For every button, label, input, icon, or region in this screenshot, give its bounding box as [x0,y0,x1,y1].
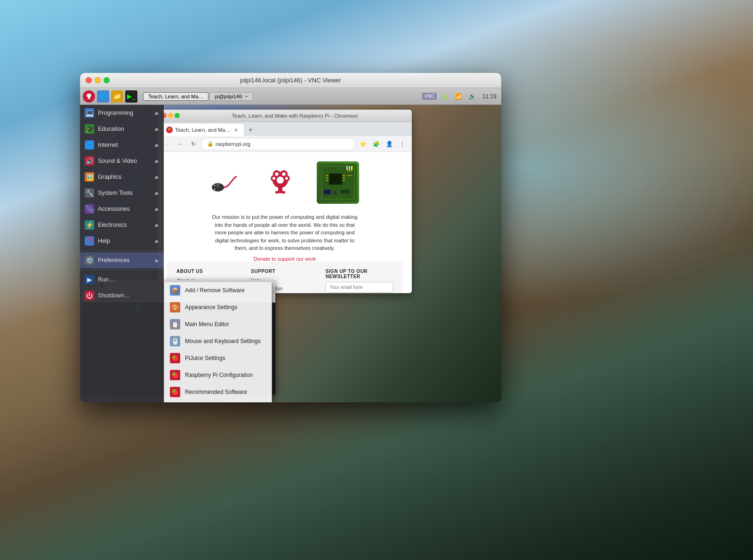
forward-button[interactable]: → [175,138,186,150]
help-arrow: ▶ [155,239,159,244]
rpi-config-icon: 🍓 [170,370,180,380]
accessories-icon: 📎 [85,204,94,214]
programming-arrow: ▶ [155,111,159,116]
newsletter-email-input[interactable] [326,282,393,293]
svg-point-20 [285,177,288,180]
menu-label-run: Run… [98,276,114,283]
vnc-close-button[interactable] [86,77,92,83]
svg-rect-6 [88,98,88,99]
submenu-appearance[interactable]: 🎨 Appearance Settings [164,299,272,316]
rpi-window-buttons: Teach, Learn, and Ma… pi@jolpi146: ~ [143,92,253,101]
rpi-volume-icon: 🔊 [467,93,478,100]
reload-button[interactable]: ↻ [188,138,199,150]
pijuice-icon: 🍓 [170,353,180,363]
mouse-keyboard-icon: 🖱️ [170,336,180,346]
rpi-logo-container [263,164,298,201]
menu-item-preferences[interactable]: ⚙️ Preferences ▶ [80,252,164,268]
run-icon: ▶ [85,275,94,284]
rpi-menu-panel: 💻 Programming ▶ 🎓 Education ▶ 🌐 Internet… [80,105,164,402]
circuit-svg [319,164,357,201]
browser-min-btn[interactable] [168,113,173,118]
rpi-wifi-icon: 📶 [453,93,464,100]
rpi-battery-icon: 🔋 [440,93,450,100]
svg-rect-39 [351,166,352,170]
svg-rect-38 [349,166,350,170]
menu-label-graphics: Graphics [98,174,121,180]
submenu-add-remove[interactable]: 📦 Add / Remove Software [164,282,272,299]
svg-point-4 [90,95,91,96]
new-tab-button[interactable]: + [245,124,256,136]
vnc-content: 🌐 📁 ▶_ Teach, Learn, and Ma… pi@jolpi146… [80,88,501,402]
rpi-browser-icon[interactable]: 🌐 [97,90,109,103]
extension-button[interactable]: 🧩 [370,138,382,150]
browser-content[interactable]: Our mission is to put the power of compu… [158,152,412,293]
help-icon: ❓ [85,236,94,246]
browser-titlebar: Teach, Learn, and Make with Raspberry Pi… [158,110,412,122]
svg-rect-31 [326,180,328,181]
submenu-screen-config[interactable]: 🖥️ Screen Configuration [164,400,272,402]
vnc-titlebar: jolpi146.local (jolpi146) - VNC Viewer [80,73,501,88]
internet-icon: 🌐 [85,140,94,150]
svg-point-21 [277,176,284,184]
rpi-browser-window-btn[interactable]: Teach, Learn, and Ma… [143,92,208,101]
submenu-label-appearance: Appearance Settings [185,304,237,311]
raspberry-icon [85,92,93,101]
menu-item-internet[interactable]: 🌐 Internet ▶ [80,137,164,153]
submenu-recommended[interactable]: 🍓 Recommended Software [164,384,272,400]
bookmark-button[interactable]: ⭐ [357,138,368,150]
tab-favicon: 🍓 [166,127,173,133]
preferences-arrow: ▶ [155,258,159,263]
electronics-icon: ⚡ [85,220,94,230]
menu-item-graphics[interactable]: 🖼️ Graphics ▶ [80,169,164,185]
svg-rect-9 [216,183,219,187]
ssl-lock-icon: 🔒 [207,141,214,147]
menu-item-accessories[interactable]: 📎 Accessories ▶ [80,201,164,217]
profile-button[interactable]: 👤 [384,138,395,150]
menu-item-run[interactable]: ▶ Run… [80,272,164,288]
footer-newsletter: SIGN UP TO OUR NEWSLETTER SUBSCRIBE [326,269,393,294]
accessories-arrow: ▶ [155,207,159,212]
sound-video-icon: 🔊 [85,156,94,166]
menu-item-education[interactable]: 🎓 Education ▶ [80,121,164,137]
svg-rect-29 [326,175,328,176]
tab-close-btn[interactable]: ✕ [232,127,239,133]
svg-rect-7 [89,98,90,99]
recommended-icon: 🍓 [170,387,180,397]
svg-rect-30 [326,177,328,178]
appearance-icon: 🎨 [170,302,180,312]
mission-text: Our mission is to put the power of compu… [209,213,360,252]
circuit-board-img [317,161,359,204]
browser-tab[interactable]: 🍓 Teach, Learn, and Ma… ✕ [161,124,244,136]
menu-button[interactable]: ⋮ [397,138,408,150]
menu-item-help[interactable]: ❓ Help ▶ [80,233,164,249]
submenu-rpi-config[interactable]: 🍓 Raspberry Pi Configuration [164,367,272,384]
menu-item-programming[interactable]: 💻 Programming ▶ [80,105,164,121]
rpi-files-icon[interactable]: 📁 [111,90,123,103]
rpi-logo-svg [263,164,298,200]
submenu-mouse-keyboard[interactable]: 🖱️ Mouse and Keyboard Settings [164,333,272,350]
rpi-start-button[interactable] [83,90,95,103]
browser-window: Teach, Learn, and Make with Raspberry Pi… [158,110,412,293]
vnc-minimize-button[interactable] [95,77,101,83]
menu-item-sound-video[interactable]: 🔊 Sound & Video ▶ [80,153,164,169]
vnc-maximize-button[interactable] [104,77,110,83]
svg-point-3 [87,95,88,96]
submenu-main-menu[interactable]: 📋 Main Menu Editor [164,316,272,333]
browser-max-btn[interactable] [175,113,180,118]
svg-rect-32 [343,175,345,176]
rpi-hero-section [167,161,402,204]
rpi-terminal-icon[interactable]: ▶_ [125,90,137,103]
menu-label-electronics: Electronics [98,222,127,228]
rpi-terminal-window-btn[interactable]: pi@jolpi146: ~ [209,92,253,101]
menu-item-shutdown[interactable]: ⏻ Shutdown… [80,288,164,304]
donate-link[interactable]: Donate to support our work [167,256,402,262]
menu-item-electronics[interactable]: ⚡ Electronics ▶ [80,217,164,233]
submenu-label-mouse-keyboard: Mouse and Keyboard Settings [185,338,261,344]
url-bar[interactable]: 🔒 raspberrypi.org [201,138,355,150]
svg-rect-42 [340,190,350,193]
education-arrow: ▶ [155,127,159,132]
submenu-pijuice[interactable]: 🍓 PiJuice Settings [164,350,272,367]
menu-item-system-tools[interactable]: 🔧 System Tools ▶ [80,185,164,201]
browser-window-controls [161,113,180,118]
desktop: jolpi146.local (jolpi146) - VNC Viewer [0,0,753,560]
